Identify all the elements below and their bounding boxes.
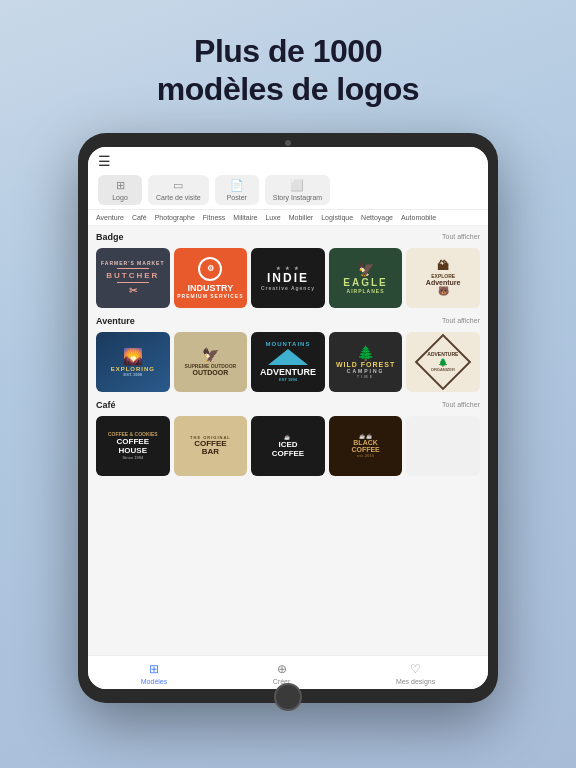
logo-placeholder-cafe (406, 416, 480, 476)
section-title-aventure: Aventure (96, 316, 135, 326)
headline: Plus de 1000 modèles de logos (157, 32, 419, 109)
see-all-badge[interactable]: Tout afficher (442, 233, 480, 240)
filter-militaire[interactable]: Militaire (233, 214, 257, 221)
filter-luxe[interactable]: Luxe (265, 214, 280, 221)
tab-logo-label: Logo (112, 194, 128, 201)
logo-coffee-bar[interactable]: THE ORIGINAL COFFEE BAR (174, 416, 248, 476)
tablet-home-button[interactable] (274, 683, 302, 711)
see-all-cafe[interactable]: Tout afficher (442, 401, 480, 408)
filter-automobile[interactable]: Automobile (401, 214, 436, 221)
bottom-tab-modeles[interactable]: ⊞ Modèles (141, 662, 167, 685)
logo-explore-adventure[interactable]: 🏔 EXPLORE Adventure 🐻 (406, 248, 480, 308)
logo-icon: ⊞ (116, 179, 125, 192)
tablet-screen: ☰ ⊞ Logo ▭ Carte de visite 📄 Poster (88, 147, 488, 689)
tablet-frame: ☰ ⊞ Logo ▭ Carte de visite 📄 Poster (78, 133, 498, 703)
filter-cafe[interactable]: Café (132, 214, 147, 221)
logo-adventure-diamond[interactable]: ADVENTURE 🌲 ORGANIZER (406, 332, 480, 392)
cafe-logo-grid: COFFEE & COOKIES COFFEE HOUSE Since 1984… (96, 416, 480, 476)
headline-line1: Plus de 1000 (157, 32, 419, 70)
section-title-badge: Badge (96, 232, 124, 242)
bottom-tab-modeles-label: Modèles (141, 678, 167, 685)
logo-iced-coffee[interactable]: ☕ ICED COFFEE (251, 416, 325, 476)
tablet-wrapper: ☰ ⊞ Logo ▭ Carte de visite 📄 Poster (78, 133, 498, 703)
logo-industry[interactable]: ⚙ INDUSTRY PREMIUM SERVICES (174, 248, 248, 308)
section-header-cafe: Café Tout afficher (96, 400, 480, 410)
screen-content: Badge Tout afficher FARMER'S MARKET BUTC… (88, 226, 488, 655)
filter-photographe[interactable]: Photographe (155, 214, 195, 221)
tab-story-label: Story Instagram (273, 194, 322, 201)
see-all-aventure[interactable]: Tout afficher (442, 317, 480, 324)
logo-indie[interactable]: ★ ★ ★ INDIE Creative Agency (251, 248, 325, 308)
logo-outdoor[interactable]: 🦅 SUPREME OUTDOOR OUTDOOR (174, 332, 248, 392)
tab-poster-label: Poster (227, 194, 247, 201)
headline-line2: modèles de logos (157, 70, 419, 108)
filter-mobilier[interactable]: Mobilier (289, 214, 314, 221)
bottom-tab-creer[interactable]: ⊕ Créer (273, 662, 291, 685)
logo-wild-forest[interactable]: 🌲 WILD FOREST CAMPING TIME (329, 332, 403, 392)
category-tabs: ⊞ Logo ▭ Carte de visite 📄 Poster ⬜ Stor… (98, 175, 478, 205)
tab-logo[interactable]: ⊞ Logo (98, 175, 142, 205)
filter-aventure[interactable]: Aventure (96, 214, 124, 221)
logo-mountain-adventure[interactable]: MOUNTAINS ADVENTURE EST 1994 (251, 332, 325, 392)
badge-logo-grid: FARMER'S MARKET BUTCHER ✂ ⚙ (96, 248, 480, 308)
aventure-logo-grid: 🌄 EXPLORING EST. 1998 🦅 SUPREME OUTDOOR … (96, 332, 480, 392)
section-header-badge: Badge Tout afficher (96, 232, 480, 242)
menu-icon[interactable]: ☰ (98, 153, 478, 169)
mes-designs-icon: ♡ (410, 662, 421, 676)
modeles-icon: ⊞ (149, 662, 159, 676)
creer-icon: ⊕ (277, 662, 287, 676)
logo-exploring[interactable]: 🌄 EXPLORING EST. 1998 (96, 332, 170, 392)
filter-nettoyage[interactable]: Nettoyage (361, 214, 393, 221)
logo-black-coffee[interactable]: ☕ ☕ BLACK COFFEE est. 2010 (329, 416, 403, 476)
poster-icon: 📄 (230, 179, 244, 192)
logo-coffee-house[interactable]: COFFEE & COOKIES COFFEE HOUSE Since 1984 (96, 416, 170, 476)
story-icon: ⬜ (290, 179, 304, 192)
bottom-tab-mes-designs-label: Mes designs (396, 678, 435, 685)
section-header-aventure: Aventure Tout afficher (96, 316, 480, 326)
carte-icon: ▭ (173, 179, 183, 192)
tab-carte[interactable]: ▭ Carte de visite (148, 175, 209, 205)
tab-carte-label: Carte de visite (156, 194, 201, 201)
section-title-cafe: Café (96, 400, 116, 410)
filter-row: Aventure Café Photographe Fitness Milita… (88, 210, 488, 226)
tab-poster[interactable]: 📄 Poster (215, 175, 259, 205)
logo-butcher[interactable]: FARMER'S MARKET BUTCHER ✂ (96, 248, 170, 308)
tab-story[interactable]: ⬜ Story Instagram (265, 175, 330, 205)
bottom-tab-mes-designs[interactable]: ♡ Mes designs (396, 662, 435, 685)
filter-logistique[interactable]: Logistique (321, 214, 353, 221)
logo-eagle[interactable]: 🦅 EAGLE AIRPLANES (329, 248, 403, 308)
screen-header: ☰ ⊞ Logo ▭ Carte de visite 📄 Poster (88, 147, 488, 210)
filter-fitness[interactable]: Fitness (203, 214, 226, 221)
